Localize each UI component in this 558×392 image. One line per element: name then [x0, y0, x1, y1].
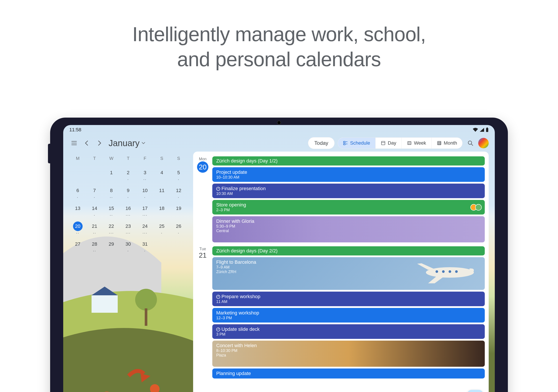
event-title: Zürich design days (Day 2/2) — [216, 248, 481, 254]
date-cell[interactable]: 20.. — [69, 218, 86, 236]
event-card[interactable]: Concert with Helen8–10:30 PMPlaza — [212, 341, 485, 367]
date-cell[interactable]: 28.. — [86, 236, 103, 254]
date-cell[interactable]: 26. — [170, 218, 187, 236]
date-cell[interactable]: 3.. — [137, 165, 153, 183]
event-title: Update slide deck — [216, 326, 481, 332]
event-card[interactable]: Zürich design days (Day 2/2) — [212, 246, 485, 256]
event-time: 10–10:30 AM — [216, 175, 481, 180]
event-card[interactable]: Finalize presentation10:30 AM — [212, 184, 485, 198]
date-cell[interactable]: 11 — [153, 183, 170, 201]
svg-rect-8 — [487, 128, 488, 128]
event-card[interactable]: Planning update — [212, 368, 485, 378]
date-cell[interactable]: 10. — [137, 183, 153, 201]
date-cell[interactable]: 22... — [103, 218, 120, 236]
svg-rect-18 — [437, 141, 441, 145]
date-cell[interactable]: 17... — [137, 201, 153, 218]
chevron-down-icon — [142, 142, 145, 144]
date-cell[interactable]: 4 — [153, 165, 170, 183]
week-view-icon — [407, 141, 412, 145]
date-cell[interactable]: 31. — [137, 236, 153, 254]
task-check-icon — [216, 295, 220, 299]
status-bar: 11:58 — [63, 125, 495, 135]
view-month[interactable]: Month — [432, 138, 462, 149]
view-day[interactable]: Day — [375, 138, 402, 149]
event-title: Finalize presentation — [216, 186, 481, 191]
prev-icon[interactable] — [82, 138, 92, 148]
event-card[interactable]: Update slide deck3 PM — [212, 324, 485, 339]
day-number[interactable]: 20 — [197, 161, 208, 173]
date-cell[interactable]: 13 — [69, 201, 86, 218]
date-cell[interactable]: 14. — [86, 201, 103, 218]
date-cell — [170, 236, 187, 254]
next-icon[interactable] — [95, 138, 104, 148]
date-cell[interactable]: 29 — [103, 236, 120, 254]
today-button[interactable]: Today — [308, 137, 335, 149]
search-icon[interactable] — [466, 138, 475, 148]
date-cell[interactable]: 8.. — [103, 183, 120, 201]
event-title: Store opening — [216, 202, 481, 208]
date-cell[interactable]: 21.. — [86, 218, 103, 236]
event-card[interactable]: Prepare workshop11 AM — [212, 292, 485, 306]
avatar[interactable] — [478, 138, 489, 148]
date-cell[interactable]: 15.. — [103, 201, 120, 218]
event-title: Zürich design days (Day 1/2) — [216, 158, 481, 164]
create-event-fab[interactable]: + — [467, 390, 483, 392]
date-cell[interactable]: 12. — [170, 183, 187, 201]
event-time: 10:30 AM — [216, 191, 481, 196]
event-card[interactable]: Dinner with Gloria5:30–9 PMCentral — [212, 216, 485, 242]
dow-cell: W — [103, 156, 120, 161]
event-title: Dinner with Gloria — [216, 218, 481, 224]
view-week[interactable]: Week — [402, 138, 432, 149]
schedule-panel[interactable]: Mon20Zürich design days (Day 1/2)Project… — [193, 152, 489, 392]
battery-icon — [486, 128, 489, 132]
day-number[interactable]: 21 — [197, 251, 208, 259]
event-time: 11 AM — [216, 299, 481, 304]
date-cell[interactable]: 25. — [153, 218, 170, 236]
event-card[interactable]: Flight to Barcelona7–9 AMZürich ZRH — [212, 257, 485, 290]
date-cell[interactable]: 1 — [103, 165, 120, 183]
attendee-avatar — [475, 204, 482, 211]
day-label: Tue — [197, 247, 208, 251]
date-cell[interactable]: 18 — [153, 201, 170, 218]
event-card[interactable]: Zürich design days (Day 1/2) — [212, 156, 485, 165]
signal-icon — [480, 128, 484, 132]
view-switcher: Schedule Day Week Month — [338, 137, 462, 149]
event-card[interactable]: Project update10–10:30 AM — [212, 167, 485, 182]
tablet-camera — [277, 121, 281, 125]
date-cell[interactable]: 7. — [86, 183, 103, 201]
date-cell[interactable]: 5. — [170, 165, 187, 183]
svg-rect-7 — [486, 128, 488, 132]
task-check-icon — [216, 187, 220, 191]
event-time: 5:30–9 PM — [216, 224, 481, 229]
date-cell[interactable]: 30. — [120, 236, 136, 254]
day-view-icon — [381, 141, 386, 145]
day-block: Tue21Zürich design days (Day 2/2)Flight … — [193, 246, 489, 382]
date-cell[interactable]: 9. — [120, 183, 136, 201]
date-cell[interactable]: 2. — [120, 165, 136, 183]
date-cell[interactable]: 6. — [69, 183, 86, 201]
event-time: 8–10:30 PM — [216, 349, 481, 353]
dow-cell: S — [153, 156, 170, 161]
svg-rect-9 — [343, 141, 345, 143]
event-title: Project update — [216, 170, 481, 175]
app-bar: January Today Schedule Day Week Month — [63, 135, 495, 152]
event-card[interactable]: Marketing workshop12–3 PM — [212, 308, 485, 323]
event-title: Concert with Helen — [216, 343, 481, 349]
date-cell[interactable]: 19 — [170, 201, 187, 218]
month-dropdown[interactable]: January — [109, 138, 145, 148]
date-cell[interactable]: 24... — [137, 218, 153, 236]
view-schedule[interactable]: Schedule — [338, 138, 375, 149]
dow-cell: F — [137, 156, 153, 161]
date-cell — [86, 165, 103, 183]
date-cell[interactable]: 16... — [120, 201, 136, 218]
schedule-view-icon — [343, 141, 348, 145]
event-time: 12–3 PM — [216, 316, 481, 320]
wifi-icon — [472, 128, 478, 132]
dow-cell: T — [86, 156, 103, 161]
event-card[interactable]: Store opening2–3 PM — [212, 200, 485, 214]
menu-icon[interactable] — [69, 138, 79, 148]
date-cell[interactable]: 23... — [120, 218, 136, 236]
dow-cell: S — [170, 156, 187, 161]
tablet-side-button — [48, 144, 50, 163]
date-cell[interactable]: 27 — [69, 236, 86, 254]
